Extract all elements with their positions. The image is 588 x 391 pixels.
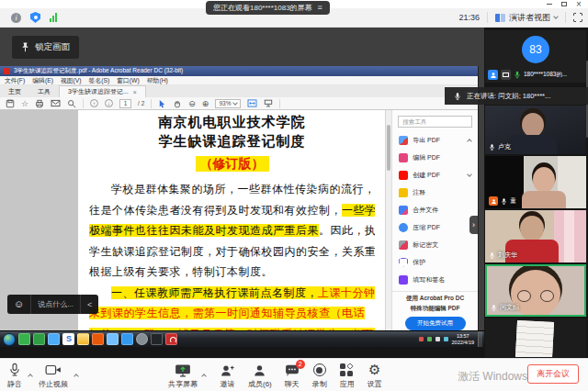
- security-shield-icon[interactable]: [30, 12, 40, 23]
- sogou-taskbar-icon[interactable]: [62, 333, 74, 345]
- reading-mode-icon[interactable]: [264, 99, 273, 107]
- view-mode-button[interactable]: 演讲者视图: [495, 12, 558, 24]
- tab-home[interactable]: 主页: [0, 85, 29, 97]
- zoom-in-icon[interactable]: ⊕: [202, 99, 209, 108]
- page-total-label: / 2: [138, 100, 144, 106]
- person-icon: [253, 363, 266, 377]
- tab-close-icon[interactable]: ×: [133, 89, 137, 95]
- tool-item-export-pdf[interactable]: 导出 PDF: [392, 131, 478, 149]
- minimize-button[interactable]: [542, 0, 557, 8]
- menu-sign[interactable]: 签名(S): [89, 76, 110, 85]
- pdf-scrollbar[interactable]: [385, 110, 391, 330]
- page-up-icon[interactable]: ↑: [90, 99, 98, 107]
- tool-item-label: 导出 PDF: [413, 136, 440, 145]
- screen-share-tile[interactable]: 83 180****1083的...: [485, 30, 586, 83]
- notes-taskbar-icon[interactable]: [48, 333, 60, 345]
- print-icon[interactable]: [35, 99, 44, 108]
- mic-on-icon: [514, 71, 521, 79]
- powerpoint-taskbar-icon[interactable]: [92, 333, 104, 345]
- disc-taskbar-icon[interactable]: [136, 333, 148, 345]
- page-number-input[interactable]: 1: [119, 99, 131, 108]
- doc-line: （修订版）: [89, 155, 375, 173]
- meeting-info-icon[interactable]: i: [11, 13, 21, 23]
- participant-tile[interactable]: 刘庆华: [485, 210, 586, 263]
- menu-file[interactable]: 文件(F): [5, 76, 25, 85]
- participant-tile-active-speaker[interactable]: 闫文娟: [485, 264, 586, 317]
- tab-document[interactable]: 3学生缺课追踪登记... ×: [59, 85, 146, 97]
- fullscreen-icon[interactable]: [573, 13, 582, 22]
- tool-item-comment[interactable]: 注释: [392, 184, 478, 201]
- participant-tile[interactable]: 童: [485, 156, 586, 208]
- gear-icon: ⚙: [368, 363, 380, 378]
- members-label: 成员(6): [248, 379, 272, 389]
- tray-icon[interactable]: [444, 337, 448, 341]
- layout-icon: [495, 14, 505, 22]
- ie-taskbar-icon[interactable]: [18, 333, 30, 345]
- tray-icon[interactable]: [435, 337, 440, 341]
- settings-button[interactable]: ⚙ 设置: [368, 363, 382, 389]
- mute-button[interactable]: 静音: [7, 363, 22, 389]
- tray-icon[interactable]: [427, 337, 432, 341]
- record-button[interactable]: 录制: [312, 363, 327, 389]
- tool-item-combine-files[interactable]: 合并文件: [392, 201, 478, 218]
- lock-screen-button[interactable]: 锁定画面: [12, 36, 79, 59]
- tool-item-protect[interactable]: 保护: [392, 253, 478, 271]
- tool-item-edit-pdf[interactable]: 编辑 PDF: [392, 149, 478, 166]
- star-icon[interactable]: ☆: [21, 99, 28, 108]
- share-options-caret[interactable]: [201, 362, 207, 389]
- meeting-window: 您正在观看180****1083的屏幕 ≡ × i 21:36 演讲者视图: [0, 0, 588, 391]
- qq-taskbar-icon[interactable]: [107, 333, 119, 345]
- player-taskbar-icon[interactable]: [151, 333, 163, 345]
- tool-item-compress-pdf[interactable]: 压缩 PDF: [392, 218, 478, 236]
- chat-button[interactable]: 2 聊天: [285, 363, 300, 389]
- free-trial-button[interactable]: 开始免费试用: [405, 317, 466, 330]
- tool-item-create-pdf[interactable]: 创建 PDF: [392, 166, 478, 184]
- emoji-icon[interactable]: ☺: [7, 295, 30, 314]
- apps-button[interactable]: 应用: [340, 363, 355, 389]
- mail-taskbar-icon[interactable]: [121, 333, 133, 345]
- save-icon[interactable]: [6, 99, 15, 108]
- menu-window[interactable]: 窗口(W): [117, 76, 140, 85]
- email-icon[interactable]: [51, 99, 61, 107]
- panel-collapse-button[interactable]: ›: [469, 216, 478, 234]
- start-button-icon[interactable]: [3, 333, 16, 346]
- fit-width-icon[interactable]: [247, 99, 257, 107]
- close-button[interactable]: ×: [571, 0, 586, 8]
- menu-help[interactable]: 帮助(H): [147, 76, 168, 85]
- invite-button[interactable]: 邀请: [220, 363, 235, 389]
- search-icon[interactable]: [67, 99, 76, 108]
- tab-tools[interactable]: 工具: [29, 85, 59, 97]
- share-screen-button[interactable]: 共享屏幕: [168, 363, 198, 389]
- leave-meeting-button[interactable]: 离开会议: [527, 364, 579, 384]
- pill-collapse-button[interactable]: <: [81, 295, 98, 314]
- participant-tile[interactable]: 卢克: [485, 106, 586, 154]
- tool-item-fill-sign[interactable]: 填写和签名: [392, 271, 478, 288]
- tool-item-redact[interactable]: 标记密文: [392, 236, 478, 253]
- participant-tile[interactable]: [485, 318, 586, 357]
- tools-search-input[interactable]: 搜索工具: [398, 116, 472, 128]
- menu-view[interactable]: 视图(V): [61, 76, 82, 85]
- stop-video-button[interactable]: 停止视频: [39, 363, 68, 389]
- presenter-badge-icon: [488, 70, 498, 80]
- folder-taskbar-icon[interactable]: [77, 333, 89, 345]
- quick-chat-input[interactable]: 说点什么...: [31, 295, 80, 314]
- hand-tool-icon[interactable]: [173, 99, 182, 108]
- chevron-down-icon: [467, 172, 472, 177]
- video-options-caret[interactable]: [74, 362, 79, 389]
- participant-name: 卢克: [498, 142, 511, 151]
- zoom-level-select[interactable]: 93%: [215, 99, 241, 108]
- members-button[interactable]: 成员(6): [248, 363, 272, 389]
- zoom-out-icon[interactable]: ⊖: [188, 99, 196, 108]
- banner-menu-icon[interactable]: ≡: [318, 4, 322, 12]
- show-desktop-button[interactable]: [478, 331, 482, 348]
- media-taskbar-icon[interactable]: [33, 333, 45, 345]
- tray-icon[interactable]: [419, 337, 424, 341]
- maximize-button[interactable]: [557, 0, 571, 8]
- select-tool-icon[interactable]: [158, 99, 166, 108]
- page-down-icon[interactable]: ↓: [105, 99, 113, 107]
- acrobat-taskbar-icon[interactable]: [165, 333, 177, 345]
- camera-icon: [45, 363, 62, 376]
- tool-item-label: 注释: [413, 188, 425, 197]
- mute-options-caret[interactable]: [28, 362, 33, 389]
- menu-edit[interactable]: 编辑(E): [32, 76, 53, 85]
